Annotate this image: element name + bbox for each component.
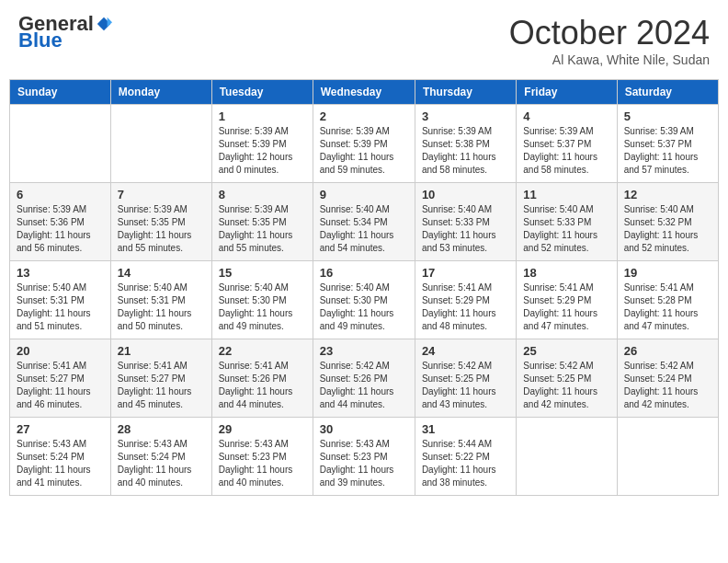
header-sunday: Sunday: [10, 80, 111, 105]
day-info: Sunrise: 5:43 AM Sunset: 5:24 PM Dayligh…: [17, 438, 104, 489]
calendar-cell: 8Sunrise: 5:39 AM Sunset: 5:35 PM Daylig…: [211, 183, 313, 261]
day-info: Sunrise: 5:40 AM Sunset: 5:34 PM Dayligh…: [320, 203, 408, 255]
day-info: Sunrise: 5:39 AM Sunset: 5:35 PM Dayligh…: [219, 203, 306, 255]
calendar-cell: 27Sunrise: 5:43 AM Sunset: 5:24 PM Dayli…: [10, 418, 111, 496]
calendar-cell: 19Sunrise: 5:41 AM Sunset: 5:28 PM Dayli…: [617, 261, 718, 339]
day-number: 12: [624, 188, 711, 201]
day-info: Sunrise: 5:43 AM Sunset: 5:23 PM Dayligh…: [219, 438, 306, 489]
day-number: 24: [422, 344, 509, 358]
month-title: October 2024: [509, 14, 710, 52]
day-info: Sunrise: 5:41 AM Sunset: 5:29 PM Dayligh…: [422, 282, 509, 333]
calendar-cell: 21Sunrise: 5:41 AM Sunset: 5:27 PM Dayli…: [110, 339, 211, 418]
day-info: Sunrise: 5:41 AM Sunset: 5:29 PM Dayligh…: [523, 282, 609, 333]
calendar-cell: 16Sunrise: 5:40 AM Sunset: 5:30 PM Dayli…: [313, 261, 415, 339]
logo-blue-text: Blue: [18, 30, 63, 51]
calendar-table: SundayMondayTuesdayWednesdayThursdayFrid…: [9, 79, 719, 496]
calendar-cell: 22Sunrise: 5:41 AM Sunset: 5:26 PM Dayli…: [211, 339, 313, 418]
calendar-week-3: 13Sunrise: 5:40 AM Sunset: 5:31 PM Dayli…: [10, 261, 719, 339]
day-info: Sunrise: 5:43 AM Sunset: 5:23 PM Dayligh…: [320, 438, 408, 489]
calendar-cell: 29Sunrise: 5:43 AM Sunset: 5:23 PM Dayli…: [211, 418, 313, 496]
location-text: Al Kawa, White Nile, Sudan: [509, 52, 710, 67]
day-number: 2: [320, 109, 408, 123]
calendar-week-4: 20Sunrise: 5:41 AM Sunset: 5:27 PM Dayli…: [10, 339, 719, 418]
calendar-cell: [110, 105, 211, 183]
calendar-week-5: 27Sunrise: 5:43 AM Sunset: 5:24 PM Dayli…: [10, 418, 719, 496]
day-info: Sunrise: 5:44 AM Sunset: 5:22 PM Dayligh…: [422, 438, 509, 489]
calendar-cell: [617, 418, 718, 496]
day-number: 9: [320, 188, 408, 201]
calendar-cell: 12Sunrise: 5:40 AM Sunset: 5:32 PM Dayli…: [617, 183, 718, 261]
day-info: Sunrise: 5:39 AM Sunset: 5:36 PM Dayligh…: [17, 203, 104, 255]
header-monday: Monday: [110, 80, 211, 105]
calendar-cell: 20Sunrise: 5:41 AM Sunset: 5:27 PM Dayli…: [10, 339, 111, 418]
header-tuesday: Tuesday: [211, 80, 313, 105]
day-number: 8: [219, 188, 306, 201]
calendar-cell: 31Sunrise: 5:44 AM Sunset: 5:22 PM Dayli…: [415, 418, 516, 496]
day-number: 14: [118, 266, 205, 280]
svg-marker-1: [108, 17, 112, 28]
header-friday: Friday: [517, 80, 617, 105]
calendar-cell: [517, 418, 617, 496]
day-info: Sunrise: 5:39 AM Sunset: 5:39 PM Dayligh…: [219, 125, 306, 177]
day-number: 3: [422, 109, 509, 123]
day-number: 26: [624, 344, 711, 358]
calendar-cell: 26Sunrise: 5:42 AM Sunset: 5:24 PM Dayli…: [617, 339, 718, 418]
day-info: Sunrise: 5:41 AM Sunset: 5:26 PM Dayligh…: [219, 360, 306, 411]
day-info: Sunrise: 5:40 AM Sunset: 5:31 PM Dayligh…: [17, 282, 104, 333]
day-number: 1: [219, 109, 306, 123]
day-info: Sunrise: 5:43 AM Sunset: 5:24 PM Dayligh…: [118, 438, 205, 489]
calendar-week-1: 1Sunrise: 5:39 AM Sunset: 5:39 PM Daylig…: [10, 105, 719, 183]
calendar-cell: 14Sunrise: 5:40 AM Sunset: 5:31 PM Dayli…: [110, 261, 211, 339]
day-number: 4: [523, 109, 609, 123]
calendar-cell: 25Sunrise: 5:42 AM Sunset: 5:25 PM Dayli…: [517, 339, 617, 418]
calendar-cell: 13Sunrise: 5:40 AM Sunset: 5:31 PM Dayli…: [10, 261, 111, 339]
calendar-cell: 2Sunrise: 5:39 AM Sunset: 5:39 PM Daylig…: [313, 105, 415, 183]
calendar-cell: 4Sunrise: 5:39 AM Sunset: 5:37 PM Daylig…: [517, 105, 617, 183]
day-info: Sunrise: 5:39 AM Sunset: 5:39 PM Dayligh…: [320, 125, 408, 177]
calendar-week-2: 6Sunrise: 5:39 AM Sunset: 5:36 PM Daylig…: [10, 183, 719, 261]
day-number: 21: [118, 344, 205, 358]
calendar-cell: 28Sunrise: 5:43 AM Sunset: 5:24 PM Dayli…: [110, 418, 211, 496]
day-info: Sunrise: 5:41 AM Sunset: 5:27 PM Dayligh…: [17, 360, 104, 411]
day-info: Sunrise: 5:40 AM Sunset: 5:33 PM Dayligh…: [422, 203, 509, 255]
day-number: 15: [219, 266, 306, 280]
day-number: 5: [624, 109, 711, 123]
header-wednesday: Wednesday: [313, 80, 415, 105]
day-info: Sunrise: 5:39 AM Sunset: 5:37 PM Dayligh…: [624, 125, 711, 177]
logo: General Blue: [18, 14, 112, 51]
day-info: Sunrise: 5:40 AM Sunset: 5:30 PM Dayligh…: [320, 282, 408, 333]
calendar-cell: 24Sunrise: 5:42 AM Sunset: 5:25 PM Dayli…: [415, 339, 516, 418]
calendar-cell: 7Sunrise: 5:39 AM Sunset: 5:35 PM Daylig…: [110, 183, 211, 261]
calendar-cell: 5Sunrise: 5:39 AM Sunset: 5:37 PM Daylig…: [617, 105, 718, 183]
day-number: 27: [17, 422, 104, 436]
calendar-header-row: SundayMondayTuesdayWednesdayThursdayFrid…: [10, 80, 719, 105]
calendar-cell: 9Sunrise: 5:40 AM Sunset: 5:34 PM Daylig…: [313, 183, 415, 261]
calendar-cell: 23Sunrise: 5:42 AM Sunset: 5:26 PM Dayli…: [313, 339, 415, 418]
calendar-cell: 3Sunrise: 5:39 AM Sunset: 5:38 PM Daylig…: [415, 105, 516, 183]
calendar-cell: 6Sunrise: 5:39 AM Sunset: 5:36 PM Daylig…: [10, 183, 111, 261]
header-thursday: Thursday: [415, 80, 516, 105]
day-info: Sunrise: 5:39 AM Sunset: 5:38 PM Dayligh…: [422, 125, 509, 177]
day-info: Sunrise: 5:41 AM Sunset: 5:28 PM Dayligh…: [624, 282, 711, 333]
day-info: Sunrise: 5:42 AM Sunset: 5:25 PM Dayligh…: [523, 360, 609, 411]
calendar-cell: [10, 105, 111, 183]
day-info: Sunrise: 5:42 AM Sunset: 5:26 PM Dayligh…: [320, 360, 408, 411]
day-number: 23: [320, 344, 408, 358]
day-info: Sunrise: 5:40 AM Sunset: 5:32 PM Dayligh…: [624, 203, 711, 255]
calendar-cell: 1Sunrise: 5:39 AM Sunset: 5:39 PM Daylig…: [211, 105, 313, 183]
day-number: 16: [320, 266, 408, 280]
day-info: Sunrise: 5:40 AM Sunset: 5:30 PM Dayligh…: [219, 282, 306, 333]
day-number: 29: [219, 422, 306, 436]
day-info: Sunrise: 5:41 AM Sunset: 5:27 PM Dayligh…: [118, 360, 205, 411]
day-number: 31: [422, 422, 509, 436]
calendar-cell: 17Sunrise: 5:41 AM Sunset: 5:29 PM Dayli…: [415, 261, 516, 339]
day-number: 7: [118, 188, 205, 201]
day-number: 6: [17, 188, 104, 201]
day-info: Sunrise: 5:39 AM Sunset: 5:35 PM Dayligh…: [118, 203, 205, 255]
day-number: 17: [422, 266, 509, 280]
day-number: 13: [17, 266, 104, 280]
day-info: Sunrise: 5:42 AM Sunset: 5:25 PM Dayligh…: [422, 360, 509, 411]
day-number: 22: [219, 344, 306, 358]
title-section: October 2024 Al Kawa, White Nile, Sudan: [509, 14, 710, 67]
day-number: 28: [118, 422, 205, 436]
